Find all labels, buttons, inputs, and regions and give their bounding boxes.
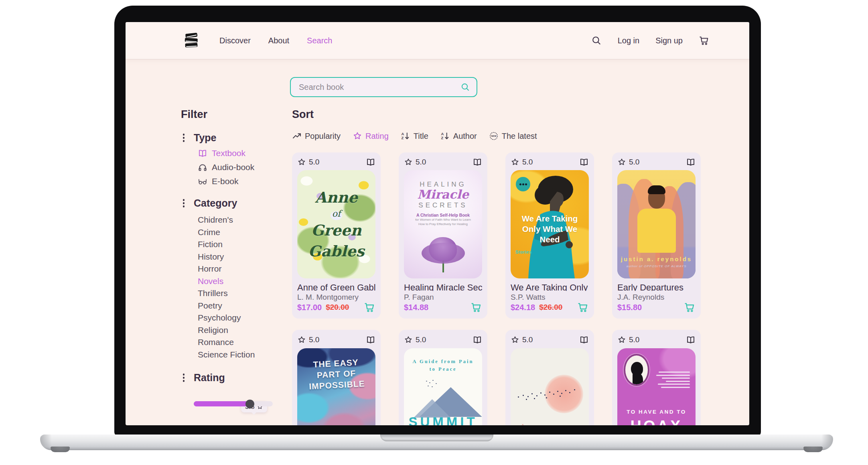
- sort-option-label: Author: [453, 132, 477, 141]
- cover-text: A Christian Self-Help Book: [404, 213, 482, 217]
- open-book-icon[interactable]: [366, 157, 375, 167]
- book-rating: 5.0: [309, 158, 319, 167]
- sort-option-author[interactable]: Author: [440, 131, 477, 141]
- book-title: Early Departures: [617, 282, 696, 291]
- book-card[interactable]: 5.0 HEALING Miracle SECRETS A Christian …: [399, 152, 487, 319]
- type-item-textbook[interactable]: Textbook: [198, 148, 293, 158]
- search-submit-icon[interactable]: [460, 82, 470, 92]
- category-item[interactable]: Religion: [198, 324, 293, 337]
- kebab-menu-icon[interactable]: [181, 199, 187, 207]
- top-navbar: Discover About Search Log in Sign up: [126, 22, 749, 59]
- sort-az-icon: [401, 131, 410, 141]
- star-icon: [617, 158, 626, 167]
- book-card[interactable]: 5.0 A Guide from Pain to Peace SUMMIT: [399, 330, 487, 425]
- nav-link-search[interactable]: Search: [307, 36, 332, 45]
- card-top-row: 5.0: [617, 335, 696, 345]
- type-item-e-book[interactable]: E-book: [198, 177, 293, 186]
- cover-text: A: [521, 423, 527, 425]
- cart-icon[interactable]: [699, 35, 709, 46]
- type-items: Textbook Audio-book E-book: [198, 148, 293, 186]
- star-icon: [353, 131, 362, 141]
- book-price: $15.80: [617, 303, 642, 312]
- signup-button[interactable]: Sign up: [655, 36, 683, 45]
- rating-slider-thumb[interactable]: [245, 400, 254, 408]
- book-old-price: $20.00: [326, 303, 349, 312]
- book-cover[interactable]: A JOURNEY: [511, 348, 589, 425]
- card-top-row: 5.0: [617, 157, 696, 167]
- add-to-cart-icon[interactable]: [470, 302, 482, 313]
- category-item[interactable]: Fiction: [198, 238, 293, 251]
- book-card[interactable]: 5.0 THE EASY PART OF IMPOSSIBLE: [292, 330, 381, 425]
- type-item-label: E-book: [212, 177, 239, 186]
- open-book-icon[interactable]: [579, 157, 589, 167]
- sort-option-popularity[interactable]: Popularity: [292, 131, 341, 141]
- open-book-icon[interactable]: [579, 335, 589, 345]
- nav-link-about[interactable]: About: [268, 36, 289, 45]
- open-book-icon[interactable]: [473, 157, 482, 167]
- book-price: $24.18: [511, 303, 535, 312]
- sort-option-title[interactable]: Title: [401, 131, 428, 141]
- book-cover[interactable]: We Are Taking Only What We Need Stories: [511, 170, 589, 278]
- brand-logo[interactable]: [182, 31, 201, 50]
- search-bar: [290, 77, 477, 97]
- open-book-icon[interactable]: [686, 157, 696, 167]
- sort-option-rating[interactable]: Rating: [353, 131, 389, 141]
- type-item-label: Textbook: [212, 148, 245, 158]
- add-to-cart-icon[interactable]: [363, 302, 375, 313]
- nav-links: Discover About Search: [219, 36, 332, 45]
- book-price: $17.00: [297, 303, 322, 312]
- cover-text: SECRETS: [404, 201, 482, 209]
- book-title: We Are Taking Only…: [511, 282, 589, 291]
- add-to-cart-icon[interactable]: [577, 302, 589, 313]
- book-card[interactable]: 5.0 justin a. reynolds author of OPPOSIT…: [612, 152, 701, 319]
- kebab-menu-icon[interactable]: [181, 134, 187, 142]
- trending-up-icon: [292, 131, 302, 141]
- book-cover[interactable]: THE EASY PART OF IMPOSSIBLE: [297, 348, 375, 425]
- book-card[interactable]: 5.0 We Ar: [505, 152, 594, 319]
- card-top-row: 5.0: [404, 157, 482, 167]
- book-author: P. Fagan: [404, 293, 482, 302]
- book-cover[interactable]: TO HAVE AND TO HOAX: [617, 348, 696, 425]
- rating-slider-track[interactable]: [194, 401, 273, 406]
- category-item[interactable]: History: [198, 251, 293, 263]
- category-item[interactable]: Romance: [198, 336, 293, 349]
- book-card[interactable]: 5.0 Anne of Green Gables Anne of Green G…: [292, 152, 381, 319]
- filter-title: Filter: [181, 108, 293, 121]
- nav-link-discover[interactable]: Discover: [219, 36, 251, 45]
- category-item[interactable]: Poetry: [198, 300, 293, 312]
- type-item-audio-book[interactable]: Audio-book: [198, 162, 293, 172]
- category-item[interactable]: Horror: [198, 263, 293, 275]
- sort-option-the-latest[interactable]: The latest: [489, 131, 537, 141]
- open-book-icon[interactable]: [366, 335, 375, 345]
- book-card[interactable]: 5.0 A JOURNEY: [505, 330, 594, 425]
- sort-option-label: The latest: [502, 132, 537, 141]
- login-button[interactable]: Log in: [618, 36, 640, 45]
- category-item[interactable]: Thrillers: [198, 287, 293, 300]
- sort-options: Popularity Rating Title Author The lates…: [292, 131, 709, 141]
- category-item-active[interactable]: Novels: [198, 275, 293, 288]
- category-item[interactable]: Psychology: [198, 312, 293, 324]
- cover-text: Stories: [515, 250, 532, 254]
- book-card[interactable]: 5.0 TO HAVE AND TO HOAX: [612, 330, 701, 425]
- book-cover[interactable]: justin a. reynolds author of OPPOSITE OF…: [617, 170, 696, 278]
- cover-text: author of OPPOSITE OF ALWAYS: [617, 264, 696, 268]
- search-icon[interactable]: [591, 35, 602, 46]
- birds-art: [518, 396, 519, 398]
- book-rating: 5.0: [629, 335, 639, 344]
- category-item[interactable]: Science Fiction: [198, 349, 293, 361]
- book-cover[interactable]: HEALING Miracle SECRETS A Christian Self…: [404, 170, 482, 278]
- add-to-cart-icon[interactable]: [683, 302, 696, 313]
- category-item[interactable]: Crime: [198, 226, 293, 239]
- category-item[interactable]: Chidren's: [198, 214, 293, 226]
- book-cover[interactable]: A Guide from Pain to Peace SUMMIT: [404, 348, 482, 425]
- filter-panel: Filter Type Textbook Audio-book E-book: [181, 108, 293, 406]
- open-book-icon[interactable]: [473, 335, 482, 345]
- search-input[interactable]: [298, 82, 460, 92]
- kebab-menu-icon[interactable]: [181, 374, 187, 382]
- headphones-icon: [198, 162, 207, 172]
- price-row: $24.18 $26.00: [511, 302, 589, 313]
- open-book-icon[interactable]: [686, 335, 696, 345]
- rating-section-header: Rating: [181, 372, 293, 384]
- book-cover[interactable]: Anne of Green Gables: [297, 170, 375, 278]
- book-author: J.A. Reynolds: [617, 293, 696, 302]
